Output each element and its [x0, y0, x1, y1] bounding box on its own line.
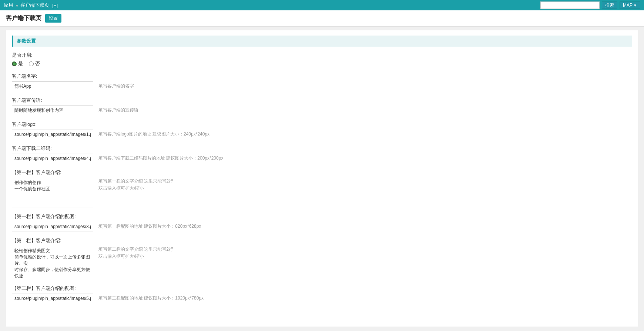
client-slogan-label: 客户端宣传语:	[12, 97, 632, 104]
intro1-hint1: 填写第一栏的文字介绍 这里只能写2行	[98, 178, 173, 185]
intro2-hint1: 填写第二栏的文字介绍 这里只能写2行	[98, 246, 173, 253]
client-name-label: 客户端名字:	[12, 73, 632, 80]
client-name-input[interactable]	[12, 81, 93, 91]
client-logo-row: 客户端logo: 填写客户端logo图片的地址 建议图片大小：240px*240…	[12, 121, 632, 139]
search-button[interactable]: 搜索	[602, 1, 617, 9]
breadcrumb-sep1: »	[16, 3, 18, 8]
intro1-img-label: 【第一栏】客户端介绍的配图:	[12, 213, 632, 220]
intro1-label: 【第一栏】客户端介绍:	[12, 169, 632, 176]
intro2-label: 【第二栏】客户端介绍:	[12, 237, 632, 244]
client-qr-label: 客户端下载二维码:	[12, 145, 632, 152]
radio-yes[interactable]: 是	[12, 60, 23, 67]
section-header: 参数设置	[12, 36, 632, 47]
client-qr-hint: 填写客户端下载二维码图片的地址 建议图片大小：200px*200px	[98, 154, 223, 161]
intro2-row: 【第二栏】客户端介绍: 轻松创作精美图文 简单优雅的设计，可以一次上传多张图片、…	[12, 237, 632, 279]
intro2-img-label: 【第二栏】客户端介绍的配图:	[12, 285, 632, 292]
search-input[interactable]	[540, 1, 600, 9]
radio-no-input[interactable]	[29, 61, 34, 66]
breadcrumb: 应用 » 客户端下载页 [+]	[4, 2, 58, 9]
topbar-right: 搜索 MAP ▼	[540, 1, 640, 9]
intro1-img-input[interactable]	[12, 222, 93, 231]
topbar: 应用 » 客户端下载页 [+] 搜索 MAP ▼	[0, 0, 644, 10]
app-link[interactable]: 应用	[4, 2, 13, 9]
client-qr-row: 客户端下载二维码: 填写客户端下载二维码图片的地址 建议图片大小：200px*2…	[12, 145, 632, 163]
client-slogan-hint: 填写客户端的宣传语	[98, 106, 138, 113]
client-logo-label: 客户端logo:	[12, 121, 632, 128]
radio-no[interactable]: 否	[29, 60, 40, 67]
page-link[interactable]: 客户端下载页	[20, 2, 49, 9]
client-slogan-input[interactable]	[12, 106, 93, 115]
intro1-img-hint: 填写第一栏配图的地址 建议图片大小：820px*628px	[98, 222, 201, 230]
intro2-img-hint: 填写第二栏配图的地址 建议图片大小：1920px*780px	[98, 294, 204, 301]
map-btn-label: MAP	[623, 3, 633, 8]
intro1-textarea[interactable]: 创作你的创作 一个优质创作社区	[12, 178, 93, 207]
client-slogan-row: 客户端宣传语: 填写客户端的宣传语	[12, 97, 632, 115]
main-content: 参数设置 是否开启: 是 否 客户端名字: 填写客户端的名字	[0, 27, 644, 330]
intro1-row: 【第一栏】客户端介绍: 创作你的创作 一个优质创作社区 填写第一栏的文字介绍 这…	[12, 169, 632, 207]
content-area: 参数设置 是否开启: 是 否 客户端名字: 填写客户端的名字	[6, 30, 638, 327]
intro2-img-row: 【第二栏】客户端介绍的配图: 填写第二栏配图的地址 建议图片大小：1920px*…	[12, 285, 632, 303]
intro2-img-input[interactable]	[12, 294, 93, 303]
page-title: 客户端下载页	[6, 14, 41, 22]
map-button[interactable]: MAP ▼	[620, 1, 640, 9]
enable-radio-group: 是 否	[12, 60, 632, 67]
intro2-hint2: 双击输入框可扩大/缩小	[98, 253, 173, 260]
settings-button[interactable]: 设置	[45, 14, 61, 23]
client-logo-input[interactable]	[12, 130, 93, 139]
map-down-icon: ▼	[633, 3, 637, 7]
client-name-hint: 填写客户端的名字	[98, 81, 134, 89]
intro1-img-row: 【第一栏】客户端介绍的配图: 填写第一栏配图的地址 建议图片大小：820px*6…	[12, 213, 632, 231]
intro2-hint: 填写第二栏的文字介绍 这里只能写2行 双击输入框可扩大/缩小	[98, 246, 173, 260]
page-header: 客户端下载页 设置	[0, 10, 644, 27]
radio-yes-input[interactable]	[12, 61, 17, 66]
plus-link[interactable]: [+]	[52, 3, 58, 8]
client-qr-input[interactable]	[12, 154, 93, 163]
radio-no-label: 否	[35, 60, 40, 67]
enable-label: 是否开启:	[12, 52, 632, 58]
radio-yes-label: 是	[18, 60, 23, 67]
client-name-row: 客户端名字: 填写客户端的名字	[12, 73, 632, 91]
enable-row: 是否开启: 是 否	[12, 52, 632, 67]
client-logo-hint: 填写客户端logo图片的地址 建议图片大小：240px*240px	[98, 130, 209, 137]
intro1-hint: 填写第一栏的文字介绍 这里只能写2行 双击输入框可扩大/缩小	[98, 178, 173, 192]
intro1-hint2: 双击输入框可扩大/缩小	[98, 185, 173, 192]
intro2-textarea[interactable]: 轻松创作精美图文 简单优雅的设计，可以一次上传多张图片、实 时保存、多端同步，使…	[12, 246, 93, 279]
